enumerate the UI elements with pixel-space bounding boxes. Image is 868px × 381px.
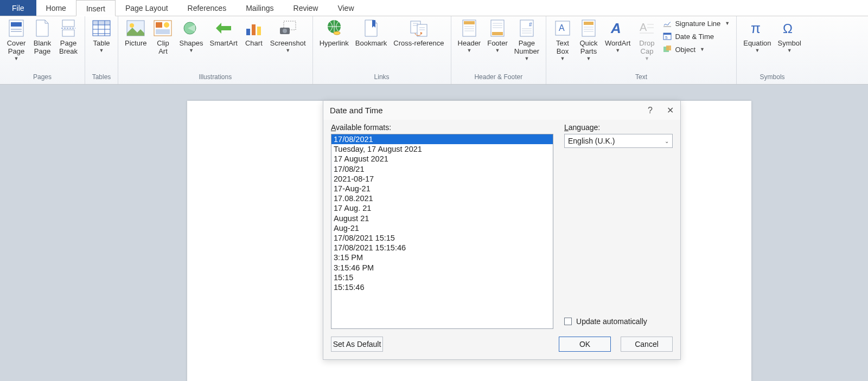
language-value: English (U.K.): [568, 137, 615, 145]
svg-rect-2: [11, 29, 22, 30]
format-item[interactable]: 2021-08-17: [331, 174, 553, 184]
svg-rect-24: [417, 24, 427, 36]
quick-parts-button[interactable]: Quick Parts ▼: [576, 17, 602, 61]
svg-rect-4: [62, 20, 74, 27]
tab-view[interactable]: View: [328, 0, 363, 16]
picture-button[interactable]: Picture: [122, 17, 150, 47]
group-illustrations-label: Illustrations: [122, 73, 309, 84]
cover-page-label: Cover Page: [7, 39, 26, 55]
group-tables-label: Tables: [88, 73, 114, 84]
format-item[interactable]: Tuesday, 17 August 2021: [331, 144, 553, 154]
chevron-down-icon: ▼: [755, 48, 760, 53]
ok-button[interactable]: OK: [559, 337, 611, 352]
table-label: Table: [93, 39, 110, 47]
tab-mailings[interactable]: Mailings: [236, 0, 283, 16]
header-label: Header: [458, 39, 481, 47]
format-item[interactable]: August 21: [331, 214, 553, 223]
language-dropdown[interactable]: English (U.K.) ⌄: [564, 134, 673, 148]
svg-rect-26: [464, 21, 475, 24]
svg-rect-17: [257, 27, 261, 35]
format-item[interactable]: 17/08/2021 15:15:46: [331, 243, 553, 253]
symbol-label: Symbol: [778, 39, 801, 47]
chart-button[interactable]: Chart: [241, 17, 267, 47]
format-item[interactable]: 17 August 2021: [331, 154, 553, 164]
footer-button[interactable]: Footer ▼: [484, 17, 511, 53]
set-as-default-button[interactable]: Set As Default: [331, 337, 383, 352]
footer-label: Footer: [487, 39, 508, 47]
format-item[interactable]: 15:15:46: [331, 282, 553, 292]
clip-art-button[interactable]: Clip Art: [150, 17, 176, 55]
cancel-button[interactable]: Cancel: [621, 337, 673, 352]
smartart-label: SmartArt: [210, 39, 238, 47]
page-break-label: Page Break: [59, 39, 78, 55]
shapes-button[interactable]: Shapes ▼: [176, 17, 206, 53]
format-item[interactable]: 3:15 PM: [331, 253, 553, 262]
drop-cap-button[interactable]: A Drop Cap ▼: [634, 17, 660, 61]
svg-text:Ω: Ω: [783, 21, 793, 36]
tab-file[interactable]: File: [0, 0, 36, 16]
chevron-down-icon: ▼: [787, 48, 792, 53]
symbol-button[interactable]: Ω Symbol ▼: [775, 17, 805, 53]
chevron-down-icon: ▼: [725, 21, 730, 26]
signature-icon: [663, 19, 672, 28]
tab-references[interactable]: References: [178, 0, 237, 16]
format-item[interactable]: 3:15:46 PM: [331, 263, 553, 273]
tab-home[interactable]: Home: [36, 0, 76, 16]
equation-button[interactable]: π Equation ▼: [740, 17, 774, 53]
hyperlink-icon: [324, 18, 344, 38]
date-time-button[interactable]: 5 Date & Time: [662, 31, 731, 41]
date-time-dialog: Date and Time ? ✕ Available formats: 17/…: [323, 100, 681, 360]
chart-label: Chart: [245, 39, 263, 47]
header-icon: [459, 18, 479, 38]
bookmark-label: Bookmark: [355, 39, 387, 47]
smartart-button[interactable]: SmartArt: [207, 17, 241, 47]
help-icon[interactable]: ?: [648, 106, 653, 115]
wordart-icon: A: [608, 18, 628, 38]
bookmark-button[interactable]: Bookmark: [352, 17, 391, 47]
quick-parts-icon: [579, 18, 598, 38]
header-button[interactable]: Header ▼: [455, 17, 484, 53]
format-item[interactable]: 17.08.2021: [331, 193, 553, 203]
text-box-button[interactable]: A Text Box ▼: [550, 17, 576, 61]
format-item[interactable]: 17-Aug-21: [331, 184, 553, 193]
wordart-button[interactable]: A WordArt ▼: [602, 17, 634, 53]
signature-line-button[interactable]: Signature Line ▼: [662, 18, 731, 28]
tab-page-layout[interactable]: Page Layout: [116, 0, 178, 16]
drop-cap-icon: A: [637, 18, 656, 38]
picture-icon: [126, 18, 145, 38]
group-symbols: π Equation ▼ Ω Symbol ▼ Symbols: [737, 16, 808, 84]
chevron-down-icon: ▼: [560, 56, 565, 61]
group-pages: Cover Page ▼ Blank Page Page Break Pages: [0, 16, 85, 84]
cross-reference-button[interactable]: Cross-reference: [390, 17, 447, 47]
date-time-label: Date & Time: [675, 33, 714, 41]
chevron-down-icon: ▼: [615, 48, 620, 53]
svg-rect-15: [246, 29, 250, 35]
screenshot-button[interactable]: Screenshot ▼: [267, 17, 309, 53]
svg-rect-11: [156, 22, 162, 28]
hyperlink-button[interactable]: Hyperlink: [316, 17, 352, 47]
table-button[interactable]: Table ▼: [88, 17, 114, 53]
available-formats-listbox[interactable]: 17/08/2021Tuesday, 17 August 202117 Augu…: [331, 134, 553, 329]
svg-point-22: [334, 31, 340, 35]
cover-page-button[interactable]: Cover Page ▼: [3, 17, 29, 61]
update-automatically-checkbox[interactable]: Update automatically: [564, 317, 673, 326]
svg-rect-28: [492, 32, 503, 35]
object-button[interactable]: Object ▼: [662, 44, 731, 54]
hyperlink-label: Hyperlink: [320, 39, 349, 47]
tab-insert[interactable]: Insert: [76, 0, 116, 16]
format-item[interactable]: 17 Aug. 21: [331, 203, 553, 213]
table-icon: [92, 18, 111, 38]
format-item[interactable]: Aug-21: [331, 223, 553, 233]
clip-art-icon: [153, 18, 173, 38]
close-icon[interactable]: ✕: [667, 105, 674, 115]
format-item[interactable]: 17/08/2021: [331, 134, 553, 144]
page-number-button[interactable]: # Page Number ▼: [511, 17, 542, 61]
tab-review[interactable]: Review: [284, 0, 328, 16]
format-item[interactable]: 15:15: [331, 273, 553, 282]
clip-art-label: Clip Art: [157, 39, 169, 55]
svg-text:π: π: [751, 20, 761, 36]
page-break-button[interactable]: Page Break: [55, 17, 81, 55]
format-item[interactable]: 17/08/2021 15:15: [331, 233, 553, 243]
format-item[interactable]: 17/08/21: [331, 164, 553, 174]
blank-page-button[interactable]: Blank Page: [29, 17, 55, 55]
